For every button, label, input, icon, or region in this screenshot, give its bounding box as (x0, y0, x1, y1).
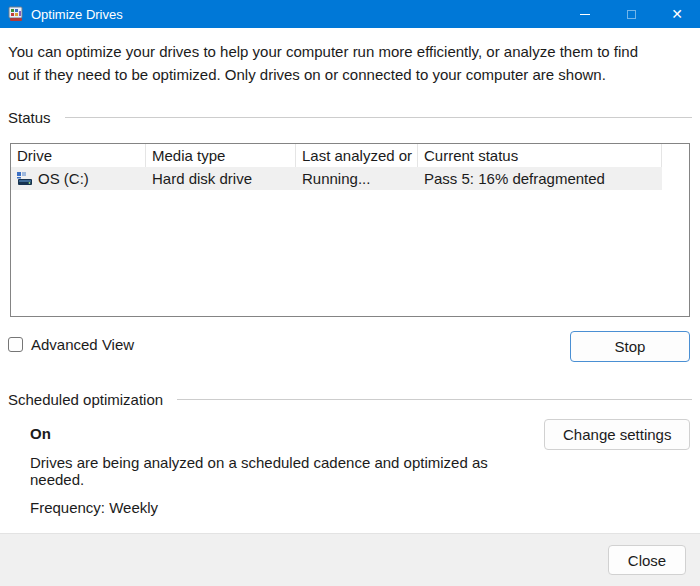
table-actions-row: Advanced View Stop (8, 331, 692, 362)
column-header-current-status[interactable]: Current status (418, 144, 662, 167)
dialog-footer: Close (0, 533, 700, 586)
optimize-drives-window: Optimize Drives ✕ You can optimize your … (0, 0, 700, 586)
scheduled-section-label: Scheduled optimization (8, 391, 163, 408)
change-settings-button[interactable]: Change settings (544, 419, 690, 450)
status-section-divider (65, 117, 692, 118)
scheduled-description: Drives are being analyzed on a scheduled… (30, 454, 544, 488)
current-status-cell: Pass 5: 16% defragmented (418, 167, 662, 190)
last-analyzed-cell: Running... (296, 167, 418, 190)
scheduled-section-divider (177, 399, 692, 400)
status-section-header: Status (8, 109, 692, 126)
dialog-content: You can optimize your drives to help you… (0, 40, 700, 516)
close-button[interactable]: Close (608, 545, 686, 575)
scheduled-section-body: On Drives are being analyzed on a schedu… (8, 419, 692, 516)
drives-table-header: Drive Media type Last analyzed or ... Cu… (11, 144, 689, 167)
status-section-label: Status (8, 109, 51, 126)
advanced-view-toggle[interactable]: Advanced View (8, 336, 134, 353)
drive-cell: OS (C:) (11, 167, 146, 190)
column-header-last-analyzed[interactable]: Last analyzed or ... (296, 144, 418, 167)
description-text: You can optimize your drives to help you… (8, 40, 663, 86)
column-header-drive[interactable]: Drive (11, 144, 146, 167)
scheduled-section-header: Scheduled optimization (8, 391, 692, 408)
close-window-button[interactable]: ✕ (654, 0, 700, 28)
minimize-icon (580, 14, 590, 15)
stop-button[interactable]: Stop (570, 331, 690, 362)
column-header-media-type[interactable]: Media type (146, 144, 296, 167)
window-controls: ✕ (562, 0, 700, 28)
scheduled-frequency: Frequency: Weekly (30, 499, 544, 516)
scheduled-info: On Drives are being analyzed on a schedu… (8, 419, 544, 516)
drives-table: Drive Media type Last analyzed or ... Cu… (10, 143, 690, 317)
hard-drive-icon (17, 171, 33, 187)
maximize-button[interactable] (608, 0, 654, 28)
maximize-icon (627, 10, 636, 19)
scheduled-state: On (30, 425, 544, 442)
titlebar: Optimize Drives ✕ (0, 0, 700, 28)
media-type-cell: Hard disk drive (146, 167, 296, 190)
minimize-button[interactable] (562, 0, 608, 28)
advanced-view-label: Advanced View (31, 336, 134, 353)
checkbox-unchecked-icon[interactable] (8, 337, 23, 352)
window-title: Optimize Drives (31, 7, 562, 22)
close-icon: ✕ (671, 6, 683, 22)
defrag-app-icon (8, 6, 24, 22)
table-row-os-c[interactable]: OS (C:) Hard disk drive Running... Pass … (11, 167, 662, 190)
drive-name: OS (C:) (38, 170, 89, 187)
